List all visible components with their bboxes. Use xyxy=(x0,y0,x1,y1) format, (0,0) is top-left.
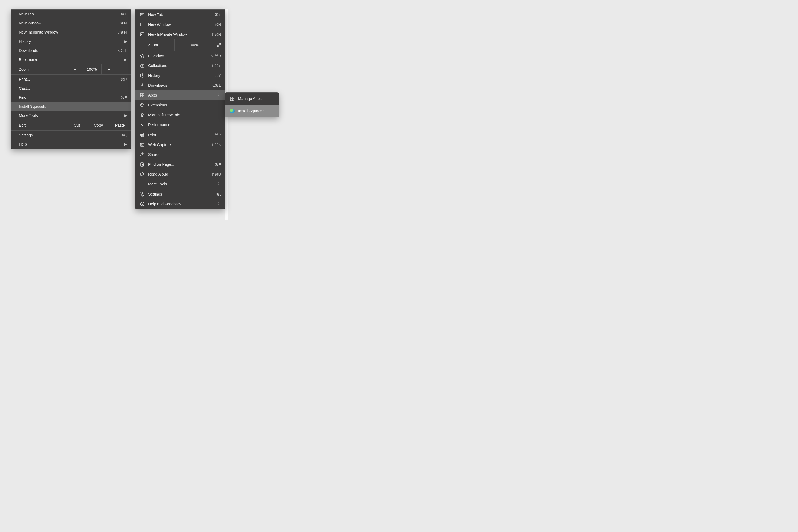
chevron-right-icon: ▶ xyxy=(125,58,127,61)
edge-apps-submenu: Manage Apps Install Squoosh xyxy=(225,92,279,117)
fullscreen-button[interactable] xyxy=(116,64,131,75)
svg-rect-20 xyxy=(232,97,234,98)
label: History xyxy=(148,73,215,78)
menu-web-capture[interactable]: Web Capture ⇧⌘S xyxy=(135,140,225,150)
fullscreen-icon xyxy=(121,67,126,72)
menu-downloads[interactable]: Downloads ⌥⌘L xyxy=(12,46,131,55)
label: Install Squoosh... xyxy=(19,104,127,109)
shortcut: ⇧⌘U xyxy=(211,172,221,176)
svg-rect-7 xyxy=(140,95,142,97)
svg-rect-22 xyxy=(232,99,234,100)
menu-favorites[interactable]: Favorites ⌥⌘B xyxy=(135,51,225,61)
svg-point-14 xyxy=(141,144,143,146)
label: Read Aloud xyxy=(148,172,211,176)
label: Settings xyxy=(19,133,122,137)
menu-new-inprivate[interactable]: New InPrivate Window ⇧⌘N xyxy=(135,29,225,39)
svg-rect-1 xyxy=(140,23,144,26)
menu-manage-apps[interactable]: Manage Apps xyxy=(225,93,279,104)
label: Apps xyxy=(148,93,218,97)
menu-read-aloud[interactable]: Read Aloud ⇧⌘U xyxy=(135,169,225,179)
history-icon xyxy=(139,73,146,78)
menu-new-tab[interactable]: New Tab ⌘T xyxy=(12,10,131,19)
menu-more-tools[interactable]: More Tools 〉 xyxy=(135,179,225,189)
new-tab-icon xyxy=(139,12,146,17)
menu-downloads[interactable]: Downloads ⌥⌘L xyxy=(135,80,225,90)
edge-menu: New Tab ⌘T New Window ⌘N New InPrivate W… xyxy=(135,9,225,209)
menu-find-on-page[interactable]: Find on Page... ⌘F xyxy=(135,159,225,169)
paste-button[interactable]: Paste xyxy=(109,120,131,130)
copy-button[interactable]: Copy xyxy=(88,120,109,130)
chevron-right-icon: 〉 xyxy=(218,202,221,206)
svg-rect-19 xyxy=(230,97,232,98)
label: New Incognito Window xyxy=(19,30,117,34)
menu-help[interactable]: Help ▶ xyxy=(12,140,131,149)
menu-settings[interactable]: Settings ⌘, xyxy=(135,189,225,199)
label: Find... xyxy=(19,95,121,99)
menu-install-squoosh[interactable]: Install Squoosh xyxy=(225,105,279,117)
shortcut: ⇧⌘Y xyxy=(211,63,221,68)
zoom-out-button[interactable]: − xyxy=(174,39,187,51)
expand-icon xyxy=(216,42,221,48)
zoom-in-button[interactable]: + xyxy=(101,64,116,75)
menu-print[interactable]: Print... ⌘P xyxy=(12,75,131,84)
chevron-right-icon: 〉 xyxy=(218,182,221,186)
label: Microsoft Rewards xyxy=(148,113,221,117)
label: Downloads xyxy=(148,83,211,88)
menu-new-incognito[interactable]: New Incognito Window ⇧⌘N xyxy=(12,28,131,37)
shortcut: ⌘N xyxy=(214,22,221,26)
fullscreen-button[interactable] xyxy=(213,39,225,51)
menu-share[interactable]: Share xyxy=(135,150,225,159)
menu-new-tab[interactable]: New Tab ⌘T xyxy=(135,10,225,19)
menu-extensions[interactable]: Extensions xyxy=(135,100,225,110)
menu-bookmarks[interactable]: Bookmarks ▶ xyxy=(12,55,131,64)
menu-apps[interactable]: Apps 〉 xyxy=(135,90,225,100)
menu-help-feedback[interactable]: Help and Feedback 〉 xyxy=(135,199,225,209)
menu-new-window[interactable]: New Window ⌘N xyxy=(135,19,225,29)
label: Install Squoosh xyxy=(238,109,275,113)
edit-label: Edit xyxy=(12,120,66,130)
label: Extensions xyxy=(148,103,221,107)
menu-performance[interactable]: Performance xyxy=(135,120,225,130)
label: History xyxy=(19,39,125,44)
label: Web Capture xyxy=(148,142,211,147)
label: More Tools xyxy=(19,113,125,118)
share-icon xyxy=(139,152,146,157)
chrome-menu: New Tab ⌘T New Window ⌘N New Incognito W… xyxy=(11,9,131,149)
zoom-in-button[interactable]: + xyxy=(201,39,213,51)
shortcut: ⌘T xyxy=(215,13,221,17)
label: Find on Page... xyxy=(148,162,215,167)
menu-settings[interactable]: Settings ⌘, xyxy=(12,131,131,140)
read-aloud-icon xyxy=(139,172,146,177)
menu-more-tools[interactable]: More Tools ▶ xyxy=(12,111,131,120)
label: Settings xyxy=(148,192,216,196)
label: Performance xyxy=(148,122,221,127)
shortcut: ⌥⌘L xyxy=(116,49,127,53)
svg-rect-21 xyxy=(230,99,232,100)
menu-new-window[interactable]: New Window ⌘N xyxy=(12,19,131,28)
menu-install-squoosh[interactable]: Install Squoosh... xyxy=(12,102,131,111)
label: New Window xyxy=(148,22,214,26)
cut-button[interactable]: Cut xyxy=(66,120,88,130)
shortcut: ⌘, xyxy=(122,133,127,137)
label: Share xyxy=(148,152,221,157)
label: Manage Apps xyxy=(238,97,275,101)
label: Collections xyxy=(148,63,211,68)
shortcut: ⌘F xyxy=(215,162,221,167)
menu-collections[interactable]: Collections ⇧⌘Y xyxy=(135,61,225,71)
menu-history[interactable]: History ▶ xyxy=(12,37,131,46)
label: Print... xyxy=(148,133,215,137)
menu-rewards[interactable]: Microsoft Rewards xyxy=(135,110,225,120)
shortcut: ⌘P xyxy=(120,77,127,81)
menu-history[interactable]: History ⌘Y xyxy=(135,71,225,80)
svg-rect-0 xyxy=(140,13,144,16)
menu-print[interactable]: Print... ⌘P xyxy=(135,130,225,140)
find-icon xyxy=(139,162,146,167)
svg-rect-5 xyxy=(140,93,142,95)
menu-find[interactable]: Find... ⌘F xyxy=(12,93,131,102)
zoom-out-button[interactable]: − xyxy=(68,64,82,75)
zoom-label: Zoom xyxy=(148,43,174,47)
collections-icon xyxy=(139,63,146,68)
apps-icon xyxy=(229,96,235,101)
menu-cast[interactable]: Cast... xyxy=(12,84,131,93)
shortcut: ⇧⌘N xyxy=(117,30,127,34)
